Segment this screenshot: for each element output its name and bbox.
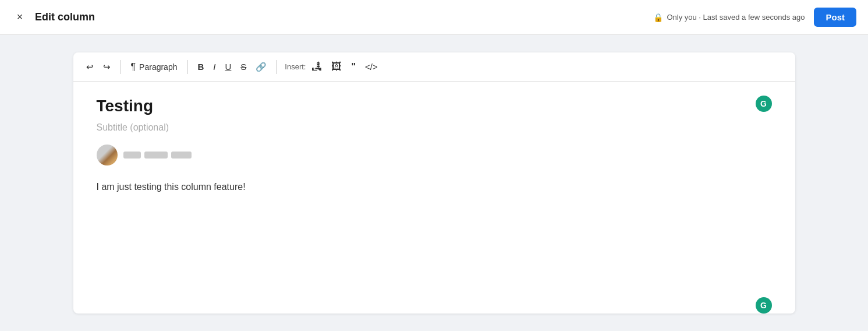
grammarly-content-label: G bbox=[760, 301, 767, 310]
code-button[interactable]: </> bbox=[362, 59, 381, 74]
avatar bbox=[97, 145, 118, 165]
header: × Edit column 🔒 Only you · Last saved a … bbox=[0, 0, 868, 35]
underline-button[interactable]: U bbox=[222, 59, 235, 74]
code-icon: </> bbox=[365, 62, 378, 72]
link-button[interactable]: 🔗 bbox=[252, 59, 270, 75]
italic-button[interactable]: I bbox=[210, 59, 219, 74]
header-right: 🔒 Only you · Last saved a few seconds ag… bbox=[653, 8, 856, 27]
header-left: × Edit column bbox=[12, 9, 95, 26]
quote-icon: " bbox=[351, 62, 356, 72]
redo-button[interactable]: ↪ bbox=[100, 59, 114, 75]
blur-block-2 bbox=[144, 152, 168, 159]
image-button[interactable]: 🖼 bbox=[328, 58, 345, 75]
editor-body[interactable]: G Testing Subtitle (optional) I am just … bbox=[73, 82, 795, 218]
editor-title[interactable]: Testing bbox=[97, 96, 772, 117]
editor-subtitle-placeholder[interactable]: Subtitle (optional) bbox=[97, 122, 772, 133]
italic-icon: I bbox=[213, 62, 215, 72]
paragraph-label: Paragraph bbox=[139, 62, 177, 72]
post-button[interactable]: Post bbox=[814, 8, 856, 27]
editor-card: ↩ ↪ ¶ Paragraph B I U S bbox=[73, 52, 795, 314]
grammarly-content-icon[interactable]: G bbox=[756, 297, 772, 314]
divider-3 bbox=[276, 60, 277, 74]
author-row bbox=[97, 145, 772, 165]
redo-icon: ↪ bbox=[103, 62, 111, 72]
close-button[interactable]: × bbox=[12, 9, 28, 26]
editor-content[interactable]: I am just testing this column feature! bbox=[97, 179, 772, 195]
image-icon: 🖼 bbox=[331, 61, 342, 73]
grammarly-title-label: G bbox=[760, 99, 767, 108]
lock-icon: 🔒 bbox=[653, 13, 663, 22]
toolbar: ↩ ↪ ¶ Paragraph B I U S bbox=[73, 52, 795, 82]
link-icon: 🔗 bbox=[256, 62, 267, 72]
insert-label: Insert: bbox=[285, 62, 306, 71]
paragraph-dropdown[interactable]: ¶ Paragraph bbox=[126, 59, 182, 75]
blur-block-1 bbox=[123, 152, 141, 159]
strikethrough-icon: S bbox=[240, 62, 246, 72]
undo-button[interactable]: ↩ bbox=[83, 59, 97, 75]
blur-block-3 bbox=[171, 152, 192, 159]
image-inline-button[interactable]: 🏞 bbox=[308, 58, 325, 75]
paragraph-icon: ¶ bbox=[131, 62, 136, 72]
close-icon: × bbox=[17, 11, 23, 23]
grammarly-title-icon[interactable]: G bbox=[756, 96, 772, 112]
divider-1 bbox=[120, 60, 121, 74]
undo-icon: ↩ bbox=[86, 62, 94, 72]
underline-icon: U bbox=[225, 62, 232, 72]
divider-2 bbox=[187, 60, 188, 74]
page-title: Edit column bbox=[35, 11, 95, 23]
image-inline-icon: 🏞 bbox=[311, 61, 322, 73]
main-area: ↩ ↪ ¶ Paragraph B I U S bbox=[0, 35, 868, 331]
save-status: 🔒 Only you · Last saved a few seconds ag… bbox=[653, 13, 805, 22]
strikethrough-button[interactable]: S bbox=[237, 59, 250, 74]
bold-icon: B bbox=[197, 62, 204, 72]
author-name-blurred bbox=[123, 152, 192, 159]
bold-button[interactable]: B bbox=[194, 59, 207, 74]
quote-button[interactable]: " bbox=[348, 59, 359, 75]
save-status-text: Only you · Last saved a few seconds ago bbox=[667, 13, 805, 22]
